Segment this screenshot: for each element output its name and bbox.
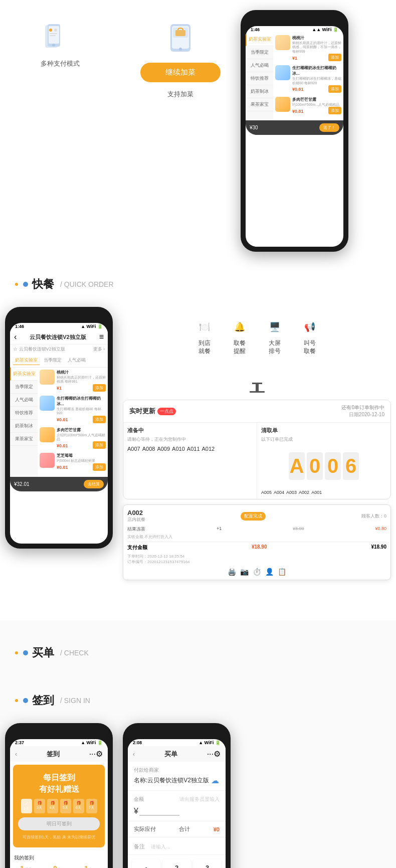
preparing-column: 准备中 请耐心等待，正在为您制作中 A007 A008 A009 A010 A0…	[123, 423, 257, 499]
checkout-button[interactable]: 送了！	[319, 123, 339, 132]
signin-more-icon[interactable]: ···	[89, 750, 96, 759]
big-number-display: A 0 0 6	[261, 446, 386, 486]
cat-item-fruit[interactable]: 果茶家宝	[10, 433, 38, 446]
buy-amount-hint: 请向服务员显输入	[179, 796, 220, 805]
popup-item-name: 桔果冻茶	[127, 526, 145, 533]
store-info-bar: ☆ 云贝餐饮连锁V2独立版 更多 ›	[10, 344, 108, 354]
signin-banner-title: 每日签到有好礼赠送	[18, 772, 100, 795]
popup-order-num: A002	[127, 509, 145, 516]
popup-type: 店内就餐	[127, 516, 145, 523]
buy-more-icon[interactable]: ···	[207, 750, 214, 759]
add-btn-2[interactable]: 添加	[93, 416, 106, 423]
back-icon[interactable]: ‹	[14, 332, 17, 341]
buy-settings-icon[interactable]: ⚙	[214, 749, 221, 759]
cat-ice[interactable]: 奶茶制冰	[246, 85, 273, 98]
popup-status: 配置完成	[241, 512, 266, 520]
product-name: 生打椰椰奶冰生打椰椰奶冰...	[292, 65, 341, 76]
svg-rect-15	[250, 391, 265, 393]
order-cart-price: ¥32.01	[14, 481, 30, 487]
time-display: 1:46	[251, 27, 260, 32]
spacer-1	[0, 600, 396, 620]
category-sidebar: 奶茶实验室 当季限定 人气必喝 特饮推荐 奶茶制冰 果茶家宝 桃桃汁	[246, 33, 343, 120]
signin-banner: 每日签到有好礼赠送 ✓ 2天 🎁 3天 🎁	[13, 765, 105, 847]
cleared-sub: 以下订单已完成	[261, 436, 386, 443]
amount-input[interactable]	[139, 814, 179, 816]
cat-fruit[interactable]: 果茶家宝	[246, 98, 273, 111]
signin-day-2: 🎁 3天	[34, 799, 45, 813]
product-nav: 奶茶实验室 当季限定 人气必喝	[10, 354, 108, 368]
cat-item-ice[interactable]: 奶茶制冰	[10, 420, 38, 433]
add-dish-button[interactable]: 继续加菜	[140, 63, 221, 82]
add-btn-3[interactable]: 添加	[93, 441, 106, 449]
cat-seasonal[interactable]: 当季限定	[246, 46, 273, 59]
feature-pickup-reminder: 🔔 取餐提醒	[230, 317, 250, 355]
nav-milk-tea[interactable]: 奶茶实验室	[13, 356, 40, 365]
key-1[interactable]: 1	[132, 859, 160, 868]
signin-days: ✓ 2天 🎁 3天 🎁 4天	[18, 799, 100, 813]
buy-status-bar: 2:08 ▲ WiFi 🔋	[128, 739, 226, 746]
order-time: 1:46	[15, 324, 24, 329]
phone-frame-right: 1:46 ▲▲ WiFi 🔋 奶茶实验室 当季限定 人气必喝 特饮推荐 奶茶制冰…	[241, 10, 348, 252]
cat-item-active[interactable]: 奶茶实验室	[10, 368, 38, 381]
print-icon[interactable]: 🖨️	[228, 568, 236, 576]
payment-label: 多种支付模式	[15, 59, 105, 68]
svg-point-10	[179, 48, 182, 51]
person-icon[interactable]: 👤	[265, 568, 274, 576]
more-link[interactable]: 更多 ›	[93, 346, 105, 353]
cat-popular[interactable]: 人气必喝	[246, 59, 273, 72]
name-4: 芝芝莓莓	[57, 453, 106, 458]
dashboard-mock: 实时更新 一点点 还有0单订单制作中 日期2020-12-10 准备中 请耐心等…	[123, 400, 391, 499]
cat-special[interactable]: 特饮推荐	[246, 72, 273, 85]
menu-icon[interactable]: ≡	[99, 332, 104, 341]
nav-seasonal2[interactable]: 当季限定	[42, 356, 64, 365]
product-thumb	[275, 65, 290, 80]
add-product-btn[interactable]: 添加	[328, 85, 341, 93]
svg-rect-13	[252, 383, 262, 384]
buy-merchant-label: 付款给商家	[134, 767, 220, 774]
cat-item-special[interactable]: 特饮推荐	[10, 407, 38, 420]
signin-status-bar: 2:37 ▲ WiFi 🔋	[10, 739, 108, 746]
add-btn-4[interactable]: 添加	[93, 463, 106, 471]
signin-day-5: 🎁 6天	[73, 799, 84, 813]
phone-screen-right: 1:46 ▲▲ WiFi 🔋 奶茶实验室 当季限定 人气必喝 特饮推荐 奶茶制冰…	[246, 26, 343, 247]
add-dish-label: 支持加菜	[135, 90, 226, 99]
clock-icon[interactable]: ⏱️	[253, 568, 261, 576]
product-price: ¥1	[292, 56, 297, 61]
name-1: 桃桃汁	[57, 370, 106, 375]
popup-item-price: ¥0.80	[375, 526, 386, 533]
signin-screen-header: ‹ 签到 ··· ⚙	[10, 746, 108, 762]
dashboard-title-group: 实时更新 一点点	[129, 407, 176, 416]
svg-rect-6	[50, 33, 57, 34]
order-app-header: ‹ 云贝餐饮连锁V2独立版 ≡	[10, 330, 108, 344]
section-header-quick: 快餐 / QUICK ORDER	[5, 267, 391, 299]
thumb-2	[40, 396, 55, 411]
cat-item-popular[interactable]: 人气必喝	[10, 394, 38, 407]
cat-milk-lab[interactable]: 奶茶实验室	[246, 33, 273, 46]
cat-item-seasonal[interactable]: 当季限定	[10, 381, 38, 394]
add-product-btn[interactable]: 添加	[328, 54, 341, 61]
order-checkout-btn[interactable]: 去结算	[84, 480, 104, 488]
dot-blue-signin	[23, 698, 28, 703]
receipt-icon[interactable]: 📋	[278, 568, 286, 576]
signin-day-4: 🎁 5天	[60, 799, 71, 813]
buy-merchant: 付款给商家 名称:云贝餐饮连锁V2独立版 ☁	[128, 762, 226, 791]
add-btn-1[interactable]: 添加	[93, 384, 106, 392]
signin-settings-icon[interactable]: ⚙	[96, 749, 103, 759]
checkin-button[interactable]: 明日可签到	[18, 817, 100, 830]
svg-point-4	[49, 29, 52, 32]
product-thumb	[275, 97, 290, 112]
nav-popular2[interactable]: 人气必喝	[66, 356, 88, 365]
my-signin-title: 我的签到	[14, 854, 104, 861]
add-dish-block: 继续加菜 支持加菜	[125, 10, 236, 109]
cleared-title: 清取单	[261, 427, 386, 434]
key-2[interactable]: 2ABC	[162, 859, 191, 868]
dine-in-label: 到店就餐	[194, 339, 215, 355]
feature-big-screen: 🖥️ 大屏排号	[265, 317, 285, 355]
call-icon: 📢	[300, 317, 320, 337]
svg-rect-12	[175, 30, 185, 36]
screen-stand	[123, 368, 391, 395]
order-signal: ▲ WiFi 🔋	[81, 324, 103, 329]
add-product-btn[interactable]: 添加	[328, 107, 341, 114]
photo-icon[interactable]: 📷	[240, 568, 249, 576]
key-3[interactable]: 3DEF	[193, 859, 222, 868]
